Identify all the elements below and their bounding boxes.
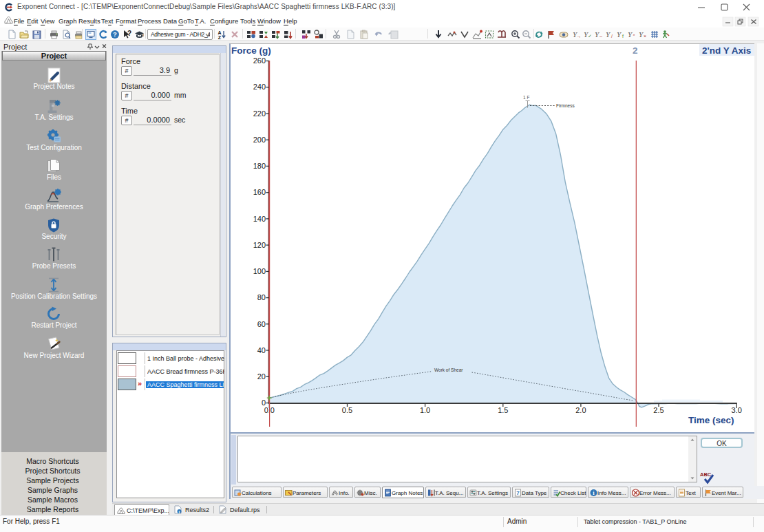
svg-text:160: 160: [253, 188, 266, 196]
svg-text:100: 100: [253, 267, 266, 275]
svg-text:260: 260: [253, 56, 266, 65]
svg-text:60: 60: [257, 320, 266, 328]
svg-text:120: 120: [253, 241, 266, 249]
svg-text:140: 140: [253, 215, 266, 223]
svg-text:i: i: [179, 509, 180, 514]
svg-text:80: 80: [257, 293, 266, 301]
svg-text:20: 20: [257, 372, 266, 381]
svg-text:220: 220: [253, 109, 266, 118]
svg-text:Work of Shear: Work of Shear: [434, 368, 463, 372]
svg-text:2.0: 2.0: [575, 406, 586, 414]
svg-text:7: 7: [516, 490, 520, 496]
svg-text:Firmness: Firmness: [556, 103, 575, 108]
svg-text:1.0: 1.0: [420, 406, 430, 414]
svg-text:40: 40: [257, 346, 266, 354]
svg-text:180: 180: [253, 162, 266, 170]
svg-text:0.5: 0.5: [342, 406, 352, 414]
svg-text:2.5: 2.5: [653, 406, 664, 414]
svg-text:1 F: 1 F: [523, 95, 529, 100]
svg-text:240: 240: [253, 83, 266, 91]
svg-text:200: 200: [253, 136, 266, 144]
svg-text:1.5: 1.5: [498, 406, 508, 414]
svg-text:ABC: ABC: [700, 471, 712, 478]
